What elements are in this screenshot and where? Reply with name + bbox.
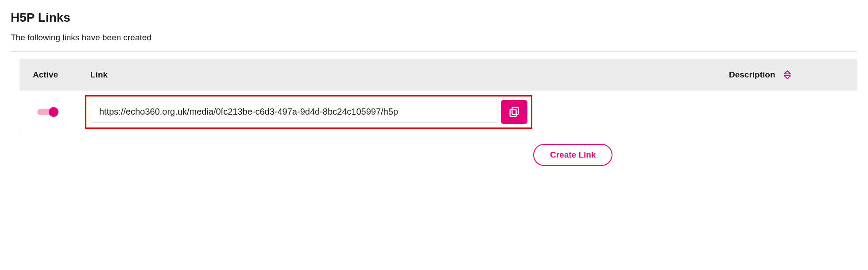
svg-rect-1 — [510, 109, 516, 116]
create-link-button[interactable]: Create Link — [533, 144, 612, 166]
svg-rect-0 — [512, 107, 518, 114]
column-header-active: Active — [19, 70, 81, 80]
table-header-row: Active Link Description — [19, 59, 857, 91]
column-header-description[interactable]: Description — [725, 70, 857, 80]
link-url-field[interactable]: https://echo360.org.uk/media/0fc213be-c6… — [90, 101, 499, 123]
copy-icon — [508, 106, 520, 118]
table-row: https://echo360.org.uk/media/0fc213be-c6… — [19, 91, 857, 133]
column-header-description-label: Description — [729, 70, 775, 80]
links-table: Active Link Description https://echo360.… — [11, 59, 857, 133]
active-toggle[interactable] — [37, 107, 58, 117]
column-header-link: Link — [81, 70, 725, 80]
copy-button[interactable] — [501, 100, 527, 124]
page-title: H5P Links — [11, 11, 857, 25]
link-highlight: https://echo360.org.uk/media/0fc213be-c6… — [85, 95, 532, 129]
page-subtitle: The following links have been created — [11, 33, 857, 42]
sort-icon[interactable] — [783, 70, 791, 80]
